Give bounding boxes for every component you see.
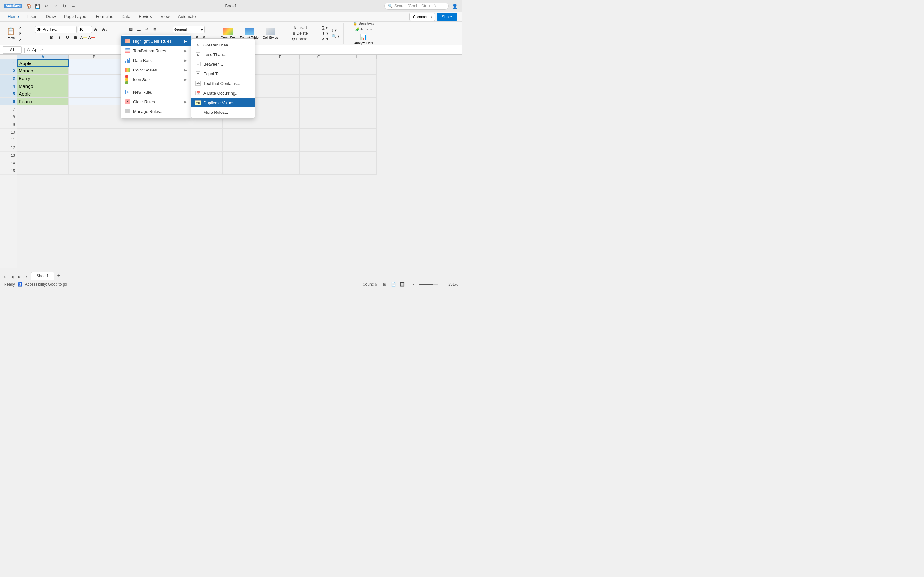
format-painter-button[interactable]: 🖌 — [18, 37, 24, 42]
cell-H5[interactable] — [338, 90, 376, 98]
cell-B4[interactable] — [69, 82, 120, 90]
cell-F14[interactable] — [261, 159, 300, 167]
submenu-item-greater-than[interactable]: ≥ Greater Than... — [191, 40, 255, 50]
cell-B12[interactable] — [69, 144, 120, 152]
zoom-slider[interactable] — [419, 284, 438, 285]
sensitivity-button[interactable]: 🔒 Sensitivity — [352, 21, 376, 26]
cell-reference-input[interactable] — [3, 47, 22, 53]
zoom-out-button[interactable]: - — [410, 281, 417, 287]
font-color-button[interactable]: A — [88, 34, 95, 41]
cell-D12[interactable] — [171, 144, 223, 152]
cell-H11[interactable] — [338, 136, 376, 144]
menu-item-manage-rules[interactable]: Manage Rules... — [121, 106, 191, 116]
cell-G13[interactable] — [300, 152, 338, 159]
cell-F12[interactable] — [261, 144, 300, 152]
cell-G4[interactable] — [300, 82, 338, 90]
cell-B2[interactable] — [69, 67, 120, 75]
row-number-13[interactable]: 13 — [0, 152, 17, 159]
sheet-nav-prev[interactable]: ◀ — [9, 274, 15, 279]
submenu-item-between[interactable]: ↔ Between... — [191, 59, 255, 69]
cell-G15[interactable] — [300, 167, 338, 175]
align-bottom-button[interactable]: ⊥ — [135, 26, 142, 33]
account-icon[interactable]: 👤 — [451, 3, 458, 10]
merge-cells-button[interactable]: ⊞ — [151, 26, 158, 33]
col-header-A[interactable]: A — [17, 55, 69, 59]
analyze-data-button[interactable]: 📊 Analyze Data — [352, 33, 375, 46]
fill-color-button[interactable]: A — [80, 34, 87, 41]
format-cells-button[interactable]: ⚙ Format — [290, 37, 310, 42]
font-name-input[interactable] — [35, 26, 77, 33]
row-number-9[interactable]: 9 — [0, 121, 17, 129]
menu-item-highlight-cells[interactable]: Highlight Cells Rules ▶ — [121, 36, 191, 46]
cell-E12[interactable] — [223, 144, 261, 152]
cell-H4[interactable] — [338, 82, 376, 90]
cell-C14[interactable] — [120, 159, 171, 167]
cell-E9[interactable] — [223, 121, 261, 129]
menu-item-icon-sets[interactable]: 🔴🟡🟢 Icon Sets ▶ — [121, 75, 191, 84]
sheet-tab-sheet1[interactable]: Sheet1 — [31, 272, 54, 279]
cell-G6[interactable] — [300, 98, 338, 105]
submenu-item-more-rules[interactable]: ··· More Rules... — [191, 107, 255, 117]
bold-button[interactable]: B — [48, 34, 55, 41]
cell-A5[interactable]: Apple — [17, 90, 69, 98]
cell-G11[interactable] — [300, 136, 338, 144]
cell-F13[interactable] — [261, 152, 300, 159]
align-top-button[interactable]: ⊤ — [119, 26, 126, 33]
cell-B3[interactable] — [69, 75, 120, 82]
cell-C9[interactable] — [120, 121, 171, 129]
undo2-icon[interactable]: ↩ — [52, 3, 59, 10]
cell-D14[interactable] — [171, 159, 223, 167]
cell-H15[interactable] — [338, 167, 376, 175]
tab-draw[interactable]: Draw — [42, 12, 59, 21]
home-icon[interactable]: 🏠 — [25, 3, 32, 10]
cell-C13[interactable] — [120, 152, 171, 159]
cell-H1[interactable] — [338, 59, 376, 67]
cell-B14[interactable] — [69, 159, 120, 167]
tab-formulas[interactable]: Formulas — [92, 12, 117, 21]
row-number-14[interactable]: 14 — [0, 159, 17, 167]
addins-button[interactable]: 🧩 Add-ins — [354, 27, 374, 32]
cut-button[interactable]: ✂ — [18, 25, 24, 30]
cell-A1[interactable]: Apple — [17, 59, 69, 67]
cell-E11[interactable] — [223, 136, 261, 144]
insert-cells-button[interactable]: ⊕ Insert — [292, 25, 309, 30]
cell-G5[interactable] — [300, 90, 338, 98]
cell-C15[interactable] — [120, 167, 171, 175]
cell-B10[interactable] — [69, 129, 120, 136]
menu-item-clear-rules[interactable]: ✗ Clear Rules ▶ — [121, 97, 191, 106]
undo-icon[interactable]: ↩ — [43, 3, 50, 10]
cell-F9[interactable] — [261, 121, 300, 129]
cell-A9[interactable] — [17, 121, 69, 129]
tab-review[interactable]: Review — [135, 12, 156, 21]
col-header-G[interactable]: G — [300, 55, 338, 59]
cell-E14[interactable] — [223, 159, 261, 167]
wrap-text-button[interactable]: ↵ — [143, 26, 150, 33]
cell-F4[interactable] — [261, 82, 300, 90]
cell-A14[interactable] — [17, 159, 69, 167]
cell-F1[interactable] — [261, 59, 300, 67]
number-format-select[interactable]: General Number Currency Percentage — [173, 26, 205, 33]
row-number-12[interactable]: 12 — [0, 144, 17, 152]
save-icon[interactable]: 💾 — [34, 3, 41, 10]
cell-A8[interactable] — [17, 113, 69, 121]
cell-D11[interactable] — [171, 136, 223, 144]
row-number-11[interactable]: 11 — [0, 136, 17, 144]
cell-C12[interactable] — [120, 144, 171, 152]
tab-page-layout[interactable]: Page Layout — [60, 12, 91, 21]
row-number-10[interactable]: 10 — [0, 129, 17, 136]
cell-A13[interactable] — [17, 152, 69, 159]
border-button[interactable]: ⊞ — [72, 34, 79, 41]
search-box[interactable]: 🔍 Search (Cmd + Ctrl + U) — [384, 3, 449, 10]
menu-item-data-bars[interactable]: Data Bars ▶ — [121, 55, 191, 65]
cell-A6[interactable]: Peach — [17, 98, 69, 105]
sort-filter-button[interactable]: ↕ ▾ — [330, 28, 341, 33]
cell-G7[interactable] — [300, 105, 338, 113]
tab-home[interactable]: Home — [4, 12, 23, 21]
cell-G12[interactable] — [300, 144, 338, 152]
menu-item-color-scales[interactable]: Color Scales ▶ — [121, 65, 191, 75]
sheet-nav-last[interactable]: ⇥ — [23, 274, 29, 279]
cell-F2[interactable] — [261, 67, 300, 75]
cell-styles-button[interactable]: Cell Styles — [261, 27, 279, 40]
col-header-B[interactable]: B — [69, 55, 120, 59]
cell-F5[interactable] — [261, 90, 300, 98]
